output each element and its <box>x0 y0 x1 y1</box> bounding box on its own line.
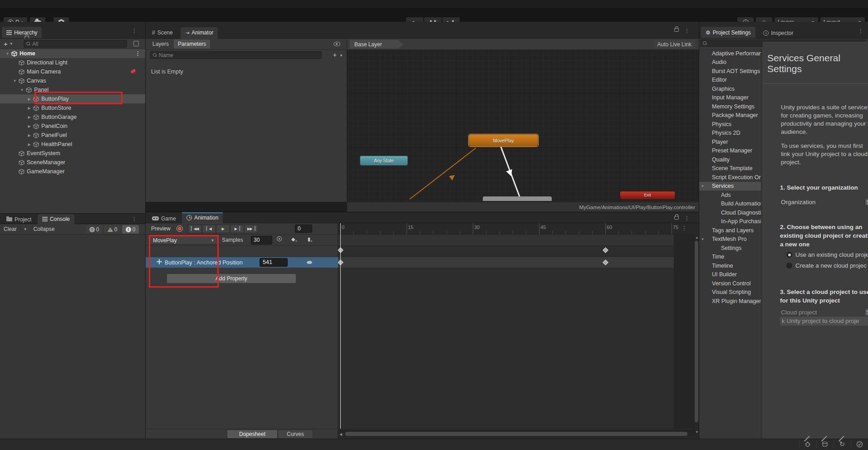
panel-menu-icon[interactable]: ⋮ <box>684 215 690 221</box>
settings-category-row[interactable]: Version Control <box>699 279 761 288</box>
settings-category-row[interactable]: ▼ Services <box>699 182 761 191</box>
auto-live-link-button[interactable]: Auto Live Link <box>654 40 695 49</box>
settings-category-row[interactable]: XR Plugin Management <box>699 297 761 306</box>
timeline-ruler[interactable]: ⋮ 01530456075 <box>338 223 693 235</box>
settings-category-row[interactable]: Memory Settings <box>699 102 761 111</box>
transport-button[interactable]: ▶▶ <box>244 225 258 233</box>
vertical-scroll-thumb[interactable] <box>695 241 698 422</box>
cloud-project-dropdown[interactable]: S <box>864 308 868 316</box>
panel-menu-icon[interactable]: ⋮ <box>132 216 137 222</box>
tab-project-settings[interactable]: ⚙Project Settings <box>701 27 755 38</box>
link-project-field[interactable]: k Unity project to cloud proje <box>780 317 868 326</box>
curves-button[interactable]: Curves <box>278 430 313 439</box>
state-node-partial[interactable] <box>483 196 552 201</box>
expander-icon[interactable]: ▶ <box>26 115 32 119</box>
tab-animation[interactable]: Animation <box>182 212 223 223</box>
scroll-down-icon[interactable]: ▼ <box>695 430 699 434</box>
tab-hierarchy[interactable]: Hierarchy <box>2 27 42 38</box>
state-node[interactable]: MovePlay <box>469 134 538 147</box>
refresh-disabled-icon[interactable]: ↻ <box>834 440 846 448</box>
dopesheet[interactable]: ⋮ 01530456075 ◀ ▲ ▼ <box>338 223 699 439</box>
panel-menu-icon[interactable]: ⋮ <box>858 28 863 34</box>
clear-button[interactable]: Clear <box>0 224 20 234</box>
breadcrumb-base-layer[interactable]: Base Layer <box>350 40 403 49</box>
status-ok-icon[interactable] <box>851 440 863 448</box>
parameter-search-input[interactable]: Name <box>150 51 322 59</box>
state-node[interactable]: Exit <box>620 191 675 199</box>
state-node[interactable]: Any State <box>360 156 408 166</box>
transport-button[interactable]: ◀ <box>202 225 216 233</box>
settings-category-row[interactable]: Build Automation <box>699 200 761 209</box>
settings-category-row[interactable]: Package Manager <box>699 111 761 120</box>
lock-icon[interactable] <box>674 216 679 220</box>
dopesheet-button[interactable]: Dopesheet <box>227 430 278 439</box>
preview-button[interactable]: Preview <box>147 224 174 233</box>
console-filter-badge[interactable]: 0 <box>86 225 103 234</box>
settings-category-row[interactable]: Graphics <box>699 84 761 93</box>
transport-button[interactable]: ◀◀ <box>188 225 202 233</box>
transport-button[interactable]: ▶ <box>230 225 244 233</box>
bug-disabled-icon[interactable] <box>799 440 812 448</box>
tab-game[interactable]: Game <box>147 213 181 224</box>
add-key-diamond-icon[interactable]: ◆+ <box>291 236 297 243</box>
current-frame-field[interactable]: 0 <box>295 225 312 233</box>
property-value-field[interactable]: 541 <box>260 258 288 267</box>
cache-disabled-icon[interactable] <box>816 440 829 448</box>
playhead[interactable] <box>340 223 341 429</box>
hierarchy-row[interactable]: ▶ PanelFuel ⋮ <box>0 131 145 140</box>
animator-graph[interactable]: MovePlayAny StateExit Base Layer Auto Li… <box>347 39 699 202</box>
expander-icon[interactable]: ▼ <box>700 184 705 188</box>
layers-tab[interactable]: Layers <box>148 39 173 49</box>
hierarchy-search-input[interactable]: All <box>24 40 127 48</box>
horizontal-scrollbar[interactable]: ◀ <box>338 430 693 436</box>
settings-category-row[interactable]: Physics 2D <box>699 129 761 138</box>
settings-category-row[interactable]: ▼ TextMesh Pro <box>699 235 761 244</box>
settings-category-row[interactable]: Burst AOT Settings <box>699 67 761 76</box>
settings-category-row[interactable]: Scene Template <box>699 164 761 173</box>
hierarchy-row[interactable]: ▶ PanelCoin ⋮ <box>0 122 145 131</box>
create-object-button[interactable]: + <box>4 40 8 48</box>
panel-menu-icon[interactable]: ⋮ <box>684 28 690 34</box>
tab-project[interactable]: Project <box>2 215 36 225</box>
lock-icon[interactable] <box>674 28 679 32</box>
collapse-button[interactable]: Collapse <box>30 224 59 234</box>
ruler-menu-icon[interactable]: ⋮ <box>682 225 687 231</box>
hierarchy-row[interactable]: Directional Light ⋮ <box>0 58 145 67</box>
settings-category-row[interactable]: Ads <box>699 191 761 200</box>
settings-category-row[interactable]: Quality <box>699 155 761 164</box>
hierarchy-row[interactable]: ▶ ButtonStore ⋮ <box>0 103 145 112</box>
expander-icon[interactable]: ▼ <box>700 237 705 241</box>
settings-category-row[interactable]: Physics <box>699 120 761 129</box>
expander-icon[interactable]: ▶ <box>26 97 32 101</box>
tab-console[interactable]: Console <box>38 214 74 224</box>
panel-menu-icon[interactable]: ⋮ <box>132 28 137 34</box>
add-event-icon[interactable]: ▮+ <box>308 236 313 243</box>
hierarchy-row[interactable]: ▶ ButtonGarage ⋮ <box>0 112 145 122</box>
use-existing-project-radio[interactable]: Use an existing cloud proje <box>786 251 868 258</box>
organization-dropdown[interactable]: S <box>864 198 868 206</box>
expander-icon[interactable]: ▼ <box>5 52 10 56</box>
horizontal-scroll-thumb[interactable] <box>345 432 687 436</box>
add-keyframe-icon[interactable] <box>277 236 282 241</box>
property-record-dot[interactable] <box>307 261 312 264</box>
settings-category-row[interactable]: Audio <box>699 58 761 67</box>
console-filter-badge[interactable]: 0 <box>122 225 139 234</box>
vertical-scrollbar[interactable]: ▲ ▼ <box>693 235 699 435</box>
settings-category-row[interactable]: Preset Manager <box>699 147 761 156</box>
scroll-left-icon[interactable]: ◀ <box>339 432 342 436</box>
settings-category-row[interactable]: Player <box>699 137 761 147</box>
tab-inspector[interactable]: iInspector <box>759 27 798 39</box>
expander-icon[interactable]: ▶ <box>26 124 32 128</box>
settings-category-row[interactable]: UI Builder <box>699 270 761 279</box>
settings-category-row[interactable]: Settings <box>699 244 761 253</box>
samples-field[interactable]: 30 <box>251 236 272 245</box>
tab-scene[interactable]: #Scene <box>147 27 177 38</box>
settings-category-row[interactable]: Time <box>699 253 761 262</box>
hierarchy-row[interactable]: GameManager ⋮ <box>0 167 145 176</box>
hierarchy-row[interactable]: Main Camera ⋮ <box>0 67 145 76</box>
eye-icon[interactable] <box>333 42 340 46</box>
hierarchy-row[interactable]: EventSystem ⋮ <box>0 149 145 158</box>
settings-category-row[interactable]: Timeline <box>699 261 761 270</box>
transport-button[interactable]: ▶ <box>216 225 230 233</box>
row-menu-icon[interactable]: ⋮ <box>135 50 141 57</box>
